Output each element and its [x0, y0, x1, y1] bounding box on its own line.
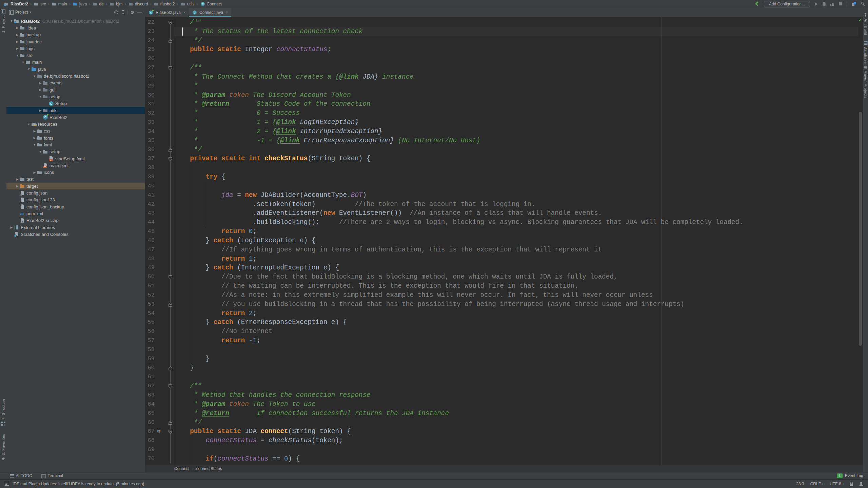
tree-item-Scratches and Consoles[interactable]: Scratches and Consoles: [6, 231, 145, 238]
line-number[interactable]: 44: [145, 218, 155, 227]
code-line[interactable]: return 0;: [174, 227, 257, 236]
editor-scrollbar[interactable]: [859, 112, 862, 346]
run-icon[interactable]: [815, 2, 818, 6]
line-number[interactable]: 61: [145, 372, 155, 382]
code-line[interactable]: /**: [174, 18, 202, 27]
breadcrumb-item-java[interactable]: java: [72, 1, 88, 7]
chevron-expanded-icon[interactable]: ▼: [38, 150, 43, 154]
code-line[interactable]: */: [174, 418, 202, 427]
close-tab-icon[interactable]: ×: [183, 10, 186, 15]
line-number[interactable]: 49: [145, 263, 155, 272]
tree-item-javadoc[interactable]: ▶javadoc: [6, 38, 145, 45]
code-line[interactable]: // you use buildBlocking in a thread tha…: [174, 300, 684, 309]
line-ending-selector[interactable]: CRLF↕: [810, 482, 824, 486]
line-number[interactable]: 60: [145, 364, 155, 373]
fold-collapse-icon[interactable]: [169, 275, 172, 279]
code-editor[interactable]: 2223242526272829303132333435363738394041…: [145, 17, 863, 465]
chevron-expanded-icon[interactable]: ▼: [38, 95, 43, 98]
line-number[interactable]: 55: [145, 318, 155, 327]
line-number[interactable]: 62: [145, 382, 155, 391]
line-number[interactable]: 24: [145, 36, 155, 45]
chevron-expanded-icon[interactable]: ▼: [15, 54, 20, 57]
tree-item-pom.xml[interactable]: mpom.xml: [6, 210, 145, 217]
code-line[interactable]: return -1;: [174, 336, 261, 345]
line-number[interactable]: 48: [145, 255, 155, 264]
line-number[interactable]: 68: [145, 436, 155, 445]
code-line[interactable]: .addEventListener(new EventListener()) /…: [174, 209, 602, 218]
tool-button-favorites[interactable]: 2: Favorites ★: [0, 434, 6, 461]
chevron-collapsed-icon[interactable]: ▶: [38, 81, 43, 85]
debug-icon[interactable]: [823, 2, 826, 6]
chevron-collapsed-icon[interactable]: ▶: [38, 109, 43, 112]
code-line[interactable]: * -1 = {@link ErrorResponseException} (N…: [174, 136, 480, 145]
line-number[interactable]: 63: [145, 391, 155, 400]
code-line[interactable]: connectStatus = checkStatus(token);: [174, 436, 343, 445]
code-line[interactable]: //No internet: [174, 327, 272, 336]
code-line[interactable]: .setToken(token) //The token of the acco…: [174, 200, 535, 209]
tree-item-RiasBot2-src.zip[interactable]: RiasBot2-src.zip: [6, 217, 145, 224]
code-line[interactable]: //As a note: in this extremely simplifie…: [174, 291, 653, 300]
collapse-all-icon[interactable]: [120, 9, 126, 15]
code-line[interactable]: *: [174, 82, 198, 91]
code-line[interactable]: //If anything goes wrong in terms of aut…: [174, 245, 602, 255]
breadcrumb-item-utils[interactable]: utils: [179, 1, 195, 7]
fold-end-icon[interactable]: [169, 39, 172, 43]
tree-item-de.bjm.discord.riasbot2[interactable]: ▼de.bjm.discord.riasbot2: [6, 73, 145, 79]
line-number[interactable]: 41: [145, 191, 155, 200]
chevron-expanded-icon[interactable]: ▼: [9, 19, 14, 23]
code-line[interactable]: * @param token The Discord Account Token: [174, 91, 351, 100]
code-line[interactable]: * 0 = Success: [174, 109, 300, 118]
fold-end-icon[interactable]: [169, 421, 172, 425]
code-line[interactable]: * The Connect Method that creates a {@li…: [174, 73, 414, 82]
line-number[interactable]: 22: [145, 18, 155, 27]
code-line[interactable]: }: [174, 364, 194, 373]
breadcrumb-item-bjm[interactable]: bjm: [108, 1, 123, 7]
line-number[interactable]: 52: [145, 291, 155, 300]
code-line[interactable]: try {: [174, 172, 225, 182]
line-number[interactable]: 47: [145, 245, 155, 255]
code-line[interactable]: if(connectStatus == 0) {: [174, 454, 300, 464]
tree-item-RiasBot2[interactable]: C▶RiasBot2: [6, 114, 145, 121]
highlighting-level-icon[interactable]: [859, 482, 863, 486]
line-number[interactable]: 29: [145, 82, 155, 91]
breadcrumb-item-riasbot2[interactable]: riasbot2: [153, 1, 176, 7]
line-number[interactable]: 59: [145, 354, 155, 364]
line-number[interactable]: 69: [145, 445, 155, 454]
line-number[interactable]: 27: [145, 63, 155, 73]
tool-button-structure[interactable]: 7: Structure: [0, 399, 6, 426]
code-line[interactable]: return 1;: [174, 255, 257, 264]
code-line[interactable]: } catch (ErrorResponseException e) {: [174, 318, 347, 327]
gear-icon[interactable]: ⚙: [130, 9, 135, 15]
fold-end-icon[interactable]: [169, 148, 172, 152]
line-number[interactable]: 30: [145, 91, 155, 100]
tree-item-test[interactable]: ▶test: [6, 176, 145, 183]
code-line[interactable]: * @param token The Token to use: [174, 400, 316, 409]
tool-button-database[interactable]: Database: [863, 41, 868, 64]
breadcrumb-item-main[interactable]: main: [51, 1, 68, 7]
code-line[interactable]: * 2 = {@link InterruptedException}: [174, 127, 382, 136]
code-line[interactable]: public static Integer connectStatus;: [174, 45, 331, 54]
line-number[interactable]: 43: [145, 209, 155, 218]
profiler-icon[interactable]: [830, 2, 834, 6]
tree-item-config.json_backup[interactable]: config.json_backup: [6, 203, 145, 210]
editor-breadcrumb-Connect[interactable]: Connect: [174, 466, 190, 471]
code-line[interactable]: * The status of the latest connection ch…: [174, 27, 362, 36]
stop-icon[interactable]: [839, 2, 842, 5]
line-number[interactable]: 58: [145, 345, 155, 354]
breadcrumb-item-de[interactable]: de: [91, 1, 104, 7]
line-number[interactable]: 35: [145, 136, 155, 145]
tree-item-fonts[interactable]: ▶fonts: [6, 135, 145, 141]
tree-item-java[interactable]: ▼java: [6, 66, 145, 73]
breadcrumb-item-RiasBot2[interactable]: RiasBot2: [3, 1, 29, 7]
line-number[interactable]: 37: [145, 154, 155, 163]
code-line[interactable]: * @return If connection successful retur…: [174, 409, 449, 418]
tree-item-setup[interactable]: ▼setup: [6, 93, 145, 100]
locate-file-icon[interactable]: [113, 9, 119, 15]
tree-item-setup[interactable]: ▼setup: [6, 148, 145, 155]
tree-item-config.json[interactable]: ⚙config.json: [6, 189, 145, 196]
code-line[interactable]: public static JDA connect(String token) …: [174, 427, 351, 436]
code-line[interactable]: private static int checkStatus(String to…: [174, 154, 371, 163]
line-number[interactable]: 39: [145, 172, 155, 182]
line-number[interactable]: 38: [145, 163, 155, 172]
tree-item-resources[interactable]: ▼resources: [6, 121, 145, 127]
